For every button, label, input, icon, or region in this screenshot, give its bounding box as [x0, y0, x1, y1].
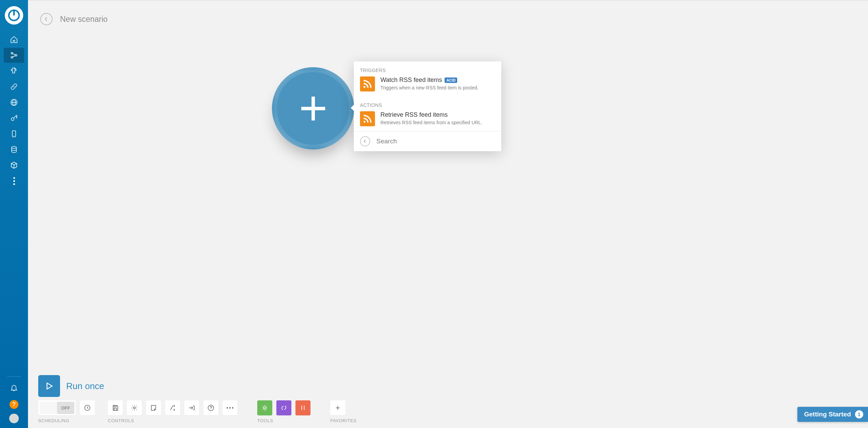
scenario-title[interactable]: New scenario [60, 15, 107, 24]
getting-started-count: 1 [855, 410, 863, 418]
sidebar-item-more[interactable] [4, 173, 24, 188]
notes-button[interactable] [146, 400, 161, 415]
toggle-state-label: OFF [61, 405, 70, 411]
svg-point-16 [364, 121, 366, 123]
svg-marker-17 [47, 383, 52, 389]
svg-point-25 [282, 409, 283, 410]
tools-group-label: TOOLS [257, 418, 310, 423]
action-item-retrieve-rss[interactable]: Retrieve RSS feed items Retrieves RSS fe… [354, 111, 501, 131]
help-button[interactable]: ? [10, 400, 18, 409]
actions-section-label: ACTIONS [354, 96, 501, 111]
svg-point-26 [285, 406, 286, 407]
search-back-button[interactable] [360, 136, 370, 146]
module-picker-popover: TRIGGERS Watch RSS feed items ACID Trigg… [354, 61, 501, 151]
acid-badge: ACID [445, 77, 457, 83]
tools-flow-button[interactable] [276, 400, 291, 415]
back-button[interactable] [40, 13, 53, 25]
rss-icon [360, 111, 375, 126]
trigger-desc: Triggers when a new RSS feed item is pos… [380, 85, 478, 90]
svg-point-24 [264, 407, 266, 409]
sidebar-item-scenarios[interactable] [4, 48, 24, 63]
svg-point-23 [211, 409, 211, 410]
user-avatar[interactable] [9, 414, 19, 423]
svg-line-6 [13, 56, 15, 57]
add-favorite-button[interactable] [330, 400, 345, 415]
save-button[interactable] [108, 400, 123, 415]
controls-group-label: CONTROLS [108, 418, 237, 423]
module-search-input[interactable] [376, 138, 495, 145]
svg-point-10 [11, 118, 14, 120]
trigger-title: Watch RSS feed items [380, 76, 442, 84]
more-controls-button[interactable] [222, 400, 237, 415]
svg-point-15 [364, 86, 366, 88]
auto-align-button[interactable] [165, 400, 180, 415]
module-search-row [354, 131, 501, 151]
help-controls-button[interactable] [203, 400, 218, 415]
trigger-item-watch-rss[interactable]: Watch RSS feed items ACID Triggers when … [354, 76, 501, 96]
triggers-section-label: TRIGGERS [354, 61, 501, 76]
sidebar-item-devices[interactable] [4, 126, 24, 141]
svg-point-13 [12, 146, 16, 148]
getting-started-button[interactable]: Getting Started 1 [797, 407, 868, 422]
dots-horizontal-icon [227, 407, 233, 409]
favorites-group-label: FAVORITES [330, 418, 357, 423]
sidebar-item-notifications[interactable] [4, 380, 24, 395]
action-title: Retrieve RSS feed items [380, 111, 482, 118]
sidebar-item-keys[interactable] [4, 111, 24, 126]
svg-rect-20 [114, 408, 116, 410]
sidebar-item-home[interactable] [4, 32, 24, 47]
svg-point-21 [133, 407, 135, 409]
sidebar: ? [0, 0, 28, 428]
svg-rect-19 [114, 405, 116, 407]
sidebar-item-udts[interactable] [4, 158, 24, 173]
scheduling-toggle[interactable]: OFF [38, 400, 76, 415]
header: New scenario [28, 1, 868, 25]
dots-vertical-icon [13, 177, 15, 185]
sidebar-item-connections[interactable] [4, 79, 24, 94]
rss-icon [360, 76, 375, 91]
tools-text-button[interactable] [295, 400, 310, 415]
settings-button[interactable] [127, 400, 142, 415]
tools-basic-button[interactable] [257, 400, 272, 415]
run-once-label: Run once [66, 381, 104, 391]
action-desc: Retrieves RSS feed items from a specifie… [380, 120, 482, 125]
sidebar-item-webhooks[interactable] [4, 95, 24, 110]
getting-started-label: Getting Started [804, 411, 851, 418]
sidebar-item-datastores[interactable] [4, 142, 24, 157]
run-once-button[interactable] [38, 375, 60, 397]
app-logo[interactable] [5, 6, 23, 25]
sidebar-item-templates[interactable] [4, 63, 24, 79]
schedule-settings-button[interactable] [80, 400, 95, 415]
main-canvas: New scenario TRIGGERS Watch RSS feed ite… [28, 0, 868, 428]
explain-flow-button[interactable] [184, 400, 199, 415]
svg-line-5 [13, 54, 15, 55]
add-module-node[interactable] [272, 67, 354, 149]
scheduling-group-label: SCHEDULING [38, 418, 95, 423]
bottom-toolbar: Run once OFF SCHEDULING [38, 375, 858, 423]
